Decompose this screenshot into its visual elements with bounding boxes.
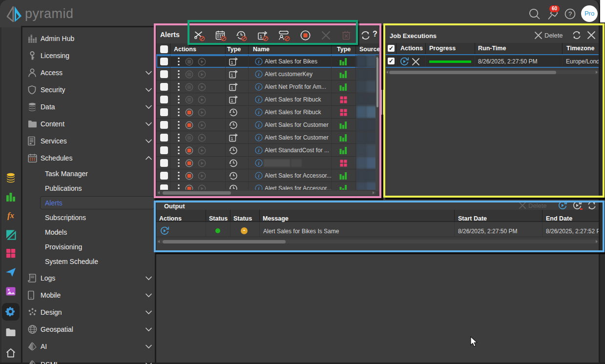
svg-text:?: ? [568,10,572,18]
